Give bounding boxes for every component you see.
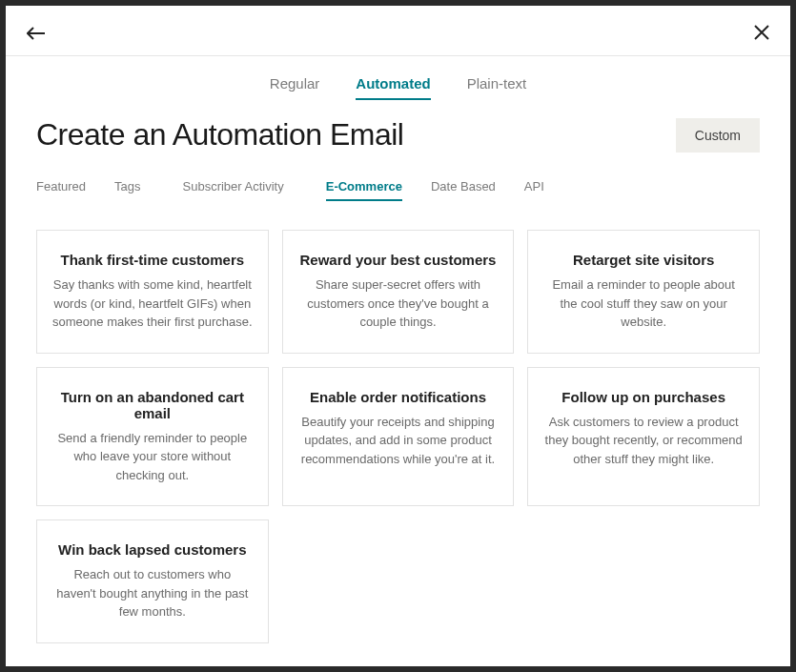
tab-regular[interactable]: Regular: [270, 75, 320, 100]
card-title: Turn on an abandoned cart email: [52, 389, 253, 421]
card-desc: Send a friendly reminder to people who l…: [52, 429, 253, 485]
card-desc: Ask customers to review a product they b…: [543, 413, 744, 469]
card-desc: Share super-secret offers with customers…: [298, 275, 499, 332]
subtab-ecommerce[interactable]: E-Commerce: [326, 179, 402, 201]
card-abandoned-cart[interactable]: Turn on an abandoned cart email Send a f…: [36, 367, 269, 507]
close-icon[interactable]: [754, 23, 769, 44]
card-order-notifications[interactable]: Enable order notifications Beautify your…: [282, 367, 515, 507]
card-win-back-lapsed[interactable]: Win back lapsed customers Reach out to c…: [36, 519, 269, 643]
card-desc: Reach out to customers who haven't bough…: [52, 565, 253, 621]
card-desc: Email a reminder to people about the coo…: [543, 275, 744, 332]
card-title: Thank first-time customers: [52, 252, 253, 268]
card-desc: Beautify your receipts and shipping upda…: [298, 413, 499, 469]
card-reward-best-customers[interactable]: Reward your best customers Share super-s…: [282, 230, 515, 354]
card-desc: Say thanks with some kind, heartfelt wor…: [52, 275, 253, 332]
tab-automated[interactable]: Automated: [356, 75, 430, 100]
card-follow-up-purchases[interactable]: Follow up on purchases Ask customers to …: [527, 367, 760, 507]
subtab-featured[interactable]: Featured: [36, 179, 86, 201]
subtab-tags[interactable]: Tags: [114, 179, 140, 201]
page-title: Create an Automation Email: [36, 117, 403, 153]
card-title: Retarget site visitors: [543, 252, 744, 268]
top-tabs: Regular Automated Plain-text: [6, 56, 790, 100]
header-bar: [6, 6, 790, 55]
title-row: Create an Automation Email Custom: [36, 117, 760, 153]
card-thank-first-time[interactable]: Thank first-time customers Say thanks wi…: [36, 230, 269, 354]
card-title: Follow up on purchases: [543, 389, 744, 405]
card-retarget-visitors[interactable]: Retarget site visitors Email a reminder …: [527, 230, 760, 354]
content-area: Create an Automation Email Custom Featur…: [6, 100, 790, 643]
card-grid: Thank first-time customers Say thanks wi…: [36, 230, 760, 643]
card-title: Win back lapsed customers: [52, 541, 253, 558]
subtab-api[interactable]: API: [524, 179, 544, 201]
card-title: Reward your best customers: [298, 252, 499, 268]
subtab-subscriber-activity[interactable]: Subscriber Activity: [183, 179, 284, 201]
back-arrow-icon[interactable]: [27, 24, 46, 43]
subtab-date-based[interactable]: Date Based: [431, 179, 496, 201]
sub-tabs: Featured Tags Subscriber Activity E-Comm…: [36, 179, 760, 201]
tab-plain-text[interactable]: Plain-text: [467, 75, 527, 100]
automation-modal: Regular Automated Plain-text Create an A…: [6, 6, 790, 666]
card-title: Enable order notifications: [298, 389, 499, 405]
custom-button[interactable]: Custom: [676, 118, 760, 153]
